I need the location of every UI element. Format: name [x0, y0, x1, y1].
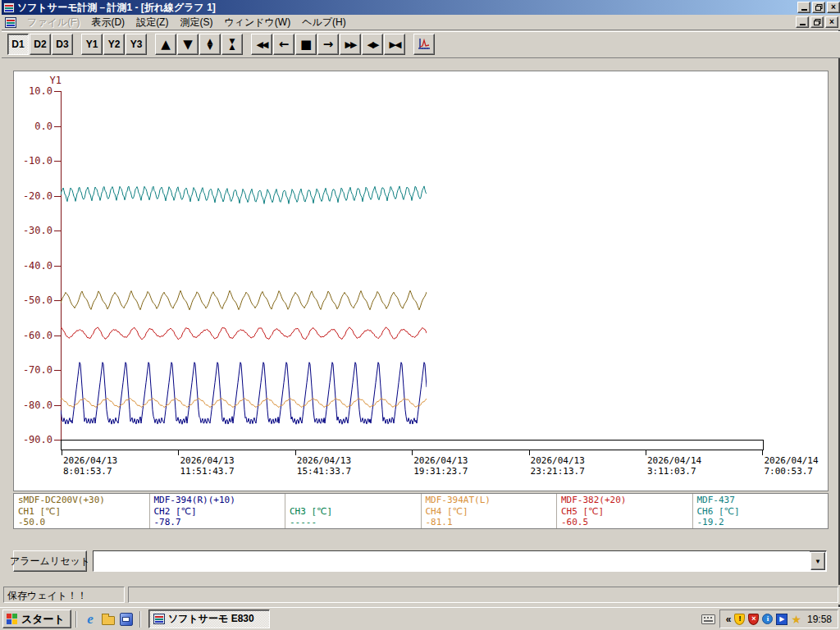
- y-tick-mark: [54, 196, 61, 197]
- y-tick-mark: [54, 91, 61, 92]
- fast-forward-button[interactable]: ▶▶: [340, 34, 361, 55]
- y-axis-3-label: Y3: [130, 39, 143, 49]
- info-icon[interactable]: i: [762, 614, 773, 624]
- x-tick-label: 2026/04/1311:51:43.7: [180, 455, 234, 477]
- y-tick-mark: [54, 370, 61, 371]
- mdi-close-icon: ×: [829, 18, 834, 26]
- keyboard-layout-icon[interactable]: [701, 614, 715, 624]
- menu-view[interactable]: 表示(D): [85, 14, 130, 31]
- window-title: ソフトサーモ計測－計測1 - [折れ線グラフ 1]: [17, 1, 797, 15]
- star-icon[interactable]: ★: [791, 614, 801, 625]
- display-1-button[interactable]: D1: [7, 34, 29, 55]
- app-icon: [3, 2, 15, 13]
- menu-measure[interactable]: 測定(S): [174, 14, 218, 31]
- y-axis-1-button[interactable]: Y1: [81, 34, 103, 55]
- menubar: ファイル(F) 表示(D) 設定(Z) 測定(S) ウィンドウ(W) ヘルプ(H…: [2, 15, 840, 30]
- graph-icon: [418, 38, 431, 51]
- compress-horizontal-icon: ▶◀: [390, 40, 400, 49]
- menu-settings[interactable]: 設定(Z): [130, 14, 174, 31]
- channel-label: MDF-394AT(L): [426, 495, 557, 506]
- alarm-combobox-input[interactable]: [94, 551, 810, 571]
- display-3-button[interactable]: D3: [52, 34, 73, 55]
- legend-cell-ch6: MDF-437CH6 [℃]-19.2: [693, 494, 829, 528]
- x-tick-mark: [412, 450, 413, 455]
- system-tray: « ! × i ▶ ★ 19:58: [719, 609, 838, 628]
- y-tick-label: -20.0: [14, 190, 52, 202]
- expand-vertical-button[interactable]: ▲ ▼: [199, 34, 221, 55]
- channel-label: MDF-382(+20): [561, 495, 692, 506]
- channel-label: MDF-394(R)(+10): [154, 495, 285, 506]
- stop-button[interactable]: ■: [295, 34, 317, 55]
- y-tick-mark: [54, 336, 61, 336]
- mdi-minimize-button[interactable]: [796, 16, 809, 28]
- alarm-combobox-arrow-button[interactable]: ▼: [810, 552, 825, 570]
- y-tick-label: -60.0: [14, 330, 52, 341]
- y-axis-3-button[interactable]: Y3: [126, 34, 147, 55]
- y-tick-mark: [54, 300, 61, 301]
- menu-window[interactable]: ウィンドウ(W): [218, 14, 296, 31]
- windows-logo-icon: [7, 614, 18, 625]
- alarm-reset-button[interactable]: アラームリセット: [13, 550, 87, 572]
- security-warning-icon[interactable]: !: [734, 614, 745, 625]
- stop-icon: ■: [300, 39, 312, 51]
- media-play-icon[interactable]: ▶: [776, 614, 788, 625]
- outlook-express-icon[interactable]: [118, 611, 135, 628]
- y-tick-label: -80.0: [14, 399, 52, 411]
- x-tick-mark: [178, 450, 179, 455]
- y-tick-label: -30.0: [14, 225, 52, 236]
- display-3-label: D3: [56, 39, 68, 49]
- series-line-ch1: [61, 290, 427, 309]
- legend-cell-ch1: sMDF-DC200V(+30)CH1 [℃]-50.0: [14, 494, 150, 528]
- x-tick-label: 2026/04/138:01:53.7: [63, 455, 117, 477]
- channel-value: -50.0: [18, 517, 149, 528]
- mdi-restore-button[interactable]: [810, 16, 824, 28]
- legend-cell-ch3: CH3 [℃]-----: [285, 494, 422, 528]
- menu-file: ファイル(F): [21, 14, 85, 31]
- x-tick-label: 2026/04/1323:21:13.7: [531, 455, 585, 477]
- show-desktop-icon[interactable]: [100, 611, 116, 628]
- alarm-combobox[interactable]: ▼: [93, 550, 827, 572]
- y-tick-mark: [54, 231, 61, 231]
- y-axis-title: Y1: [35, 75, 62, 86]
- restore-button[interactable]: [812, 2, 825, 13]
- channel-value: -60.5: [561, 517, 692, 528]
- y-tick-label: 0.0: [14, 121, 52, 132]
- mdi-close-button[interactable]: ×: [825, 16, 838, 28]
- graph-setup-button[interactable]: [413, 34, 435, 55]
- expand-horizontal-button[interactable]: ◀▶: [362, 34, 383, 55]
- y-axis-2-button[interactable]: Y2: [103, 34, 125, 55]
- task-button-softthermo[interactable]: ソフトサーモ E830: [148, 609, 270, 628]
- step-back-icon: ←: [279, 39, 290, 51]
- x-tick-mark: [646, 450, 646, 455]
- x-tick-mark: [529, 450, 530, 455]
- step-back-button[interactable]: ←: [273, 34, 294, 55]
- series-line-ch5: [61, 327, 427, 340]
- channel-label: sMDF-DC200V(+30): [18, 495, 149, 506]
- start-button[interactable]: スタート: [2, 609, 71, 628]
- step-forward-button[interactable]: →: [317, 34, 339, 55]
- internet-explorer-icon[interactable]: e: [82, 611, 98, 628]
- channel-unit: CH5 [℃]: [561, 506, 692, 518]
- status-message: 保存ウェイト！！: [3, 587, 125, 603]
- display-2-button[interactable]: D2: [30, 34, 51, 55]
- close-button[interactable]: ×: [827, 2, 840, 13]
- y-tick-mark: [54, 161, 61, 162]
- scroll-up-button[interactable]: ▲: [155, 34, 176, 55]
- scroll-down-button[interactable]: ▼: [177, 34, 199, 55]
- display-2-label: D2: [34, 39, 46, 49]
- compress-horizontal-button[interactable]: ▶◀: [384, 34, 405, 55]
- mdi-child-icon[interactable]: [5, 17, 16, 28]
- mdi-minimize-icon: [800, 19, 806, 25]
- channel-value: -----: [290, 517, 421, 528]
- menu-help[interactable]: ヘルプ(H): [296, 14, 352, 31]
- y-tick-label: 10.0: [14, 85, 52, 97]
- minimize-button[interactable]: [797, 2, 810, 13]
- start-button-label: スタート: [21, 612, 65, 627]
- expand-vertical-icon: ▲ ▼: [208, 39, 213, 50]
- tray-chevron-icon[interactable]: «: [726, 614, 732, 625]
- rewind-button[interactable]: ◀◀: [251, 34, 272, 55]
- compress-vertical-button[interactable]: ▼ ▲: [221, 34, 243, 55]
- app-icon: [153, 614, 165, 624]
- close-icon: ×: [831, 3, 836, 11]
- security-error-icon[interactable]: ×: [748, 614, 759, 625]
